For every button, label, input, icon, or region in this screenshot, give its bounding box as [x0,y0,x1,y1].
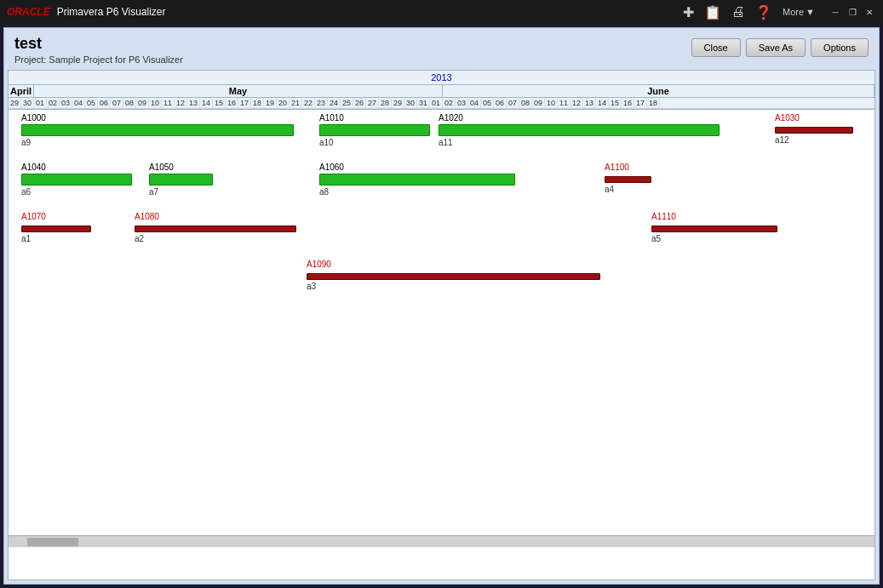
scrollbar-thumb[interactable] [27,538,78,546]
bar-sublabel-a1040: a6 [21,187,132,197]
bar-a1020[interactable] [439,124,720,136]
gantt-bar-group-a1080: A1080a2 [135,212,296,243]
bar-a1100[interactable] [605,176,651,183]
bar-a1040[interactable] [21,174,132,186]
day-cell: 17 [634,98,647,108]
save-as-button[interactable]: Save As [746,38,806,57]
bar-a1060[interactable] [319,174,515,186]
day-cell: 13 [187,98,200,108]
day-cell: 06 [98,98,111,108]
day-cell: 27 [366,98,379,108]
bar-label-a1030: A1030 [775,113,853,123]
day-cell: 02 [443,98,456,108]
day-cell: 31 [417,98,430,108]
bar-label-a1090: A1090 [307,260,600,269]
day-cell: 16 [226,98,238,108]
gantt-bar-group-a1060: A1060a8 [319,163,515,197]
bar-label-a1020: A1020 [439,113,720,123]
bar-label-a1050: A1050 [149,163,213,172]
day-cell: 10 [149,98,162,108]
bar-label-a1100: A1100 [605,163,651,172]
bar-a1110[interactable] [651,225,777,232]
day-cell: 14 [200,98,213,108]
day-cell: 30 [21,98,34,108]
close-view-button[interactable]: Close [691,38,741,57]
bar-label-a1040: A1040 [21,163,132,172]
day-cell: 11 [558,98,571,108]
day-cell: 01 [34,98,47,108]
day-cell: 08 [123,98,136,108]
more-menu[interactable]: More ▼ [783,7,815,17]
bar-a1070[interactable] [21,225,91,232]
gantt-bar-group-a1020: A1020a11 [439,113,720,147]
timeline-header: 2013 April May June 29300102030405060708… [9,71,874,110]
help-icon[interactable]: ❓ [755,4,772,20]
day-cell: 24 [328,98,341,108]
day-cell: 03 [60,98,72,108]
bar-sublabel-a1010: a10 [319,138,430,147]
close-button[interactable]: ✕ [863,8,876,17]
title-section: test Project: Sample Project for P6 Visu… [14,35,183,65]
bar-label-a1070: A1070 [21,212,91,221]
bar-a1000[interactable] [21,124,294,136]
day-cell: 07 [507,98,519,108]
header-area: test Project: Sample Project for P6 Visu… [4,28,879,70]
day-cell: 10 [545,98,558,108]
bar-label-a1110: A1110 [651,212,777,221]
month-may: May [34,85,443,97]
header-buttons: Close Save As Options [691,38,869,57]
project-subtitle: Project: Sample Project for P6 Visualize… [14,54,183,65]
gantt-bar-group-a1010: A1010a10 [319,113,430,147]
day-cell: 19 [264,98,277,108]
day-cell: 04 [468,98,481,108]
days-row: 2930010203040506070809101112131415161718… [9,98,874,109]
gantt-bar-group-a1090: A1090a3 [307,260,600,291]
day-cell: 12 [175,98,187,108]
bar-a1080[interactable] [135,225,296,232]
bar-a1050[interactable] [149,174,213,186]
bar-sublabel-a1060: a8 [319,187,515,197]
bar-sublabel-a1110: a5 [651,234,777,243]
title-bar: ORACLE Primavera P6 Visualizer ✚ 📋 🖨 ❓ M… [0,0,883,24]
day-cell: 29 [392,98,404,108]
gantt-bar-group-a1070: A1070a1 [21,212,91,243]
project-title: test [14,35,183,53]
day-cell: 25 [341,98,353,108]
restore-button[interactable]: ❐ [846,8,859,17]
day-cell: 05 [85,98,98,108]
gantt-bar-group-a1050: A1050a7 [149,163,213,197]
bar-sublabel-a1000: a9 [21,138,294,147]
day-cell: 01 [430,98,443,108]
bar-a1030[interactable] [775,127,853,134]
month-june: June [443,85,874,97]
day-cell: 02 [47,98,60,108]
horizontal-scrollbar[interactable] [9,535,874,547]
clipboard-icon[interactable]: 📋 [704,4,721,20]
day-cell: 08 [519,98,532,108]
gantt-bar-group-a1100: A1100a4 [605,163,651,194]
day-cell: 13 [583,98,596,108]
bar-sublabel-a1050: a7 [149,187,213,197]
gantt-bar-group-a1030: A1030a12 [775,113,853,145]
bar-label-a1010: A1010 [319,113,430,123]
day-cell: 21 [290,98,302,108]
day-cell: 05 [481,98,494,108]
bar-a1010[interactable] [319,124,430,136]
add-icon[interactable]: ✚ [683,4,694,20]
bar-a1090[interactable] [307,273,600,280]
day-cell: 30 [404,98,417,108]
app-title: Primavera P6 Visualizer [57,6,166,18]
day-cell: 14 [596,98,609,108]
day-cell: 26 [353,98,366,108]
gantt-chart: A1000a9A1010a10A1020a11A1030a12A1040a6A1… [9,110,874,535]
day-cell: 03 [456,98,468,108]
day-cell: 04 [72,98,85,108]
day-cell: 28 [379,98,392,108]
gantt-bar-group-a1040: A1040a6 [21,163,132,197]
minimize-button[interactable]: ─ [829,8,842,17]
print-icon[interactable]: 🖨 [731,4,745,20]
bar-label-a1080: A1080 [135,212,296,221]
month-row: April May June [9,85,874,98]
options-button[interactable]: Options [811,38,869,57]
day-cell: 16 [622,98,634,108]
